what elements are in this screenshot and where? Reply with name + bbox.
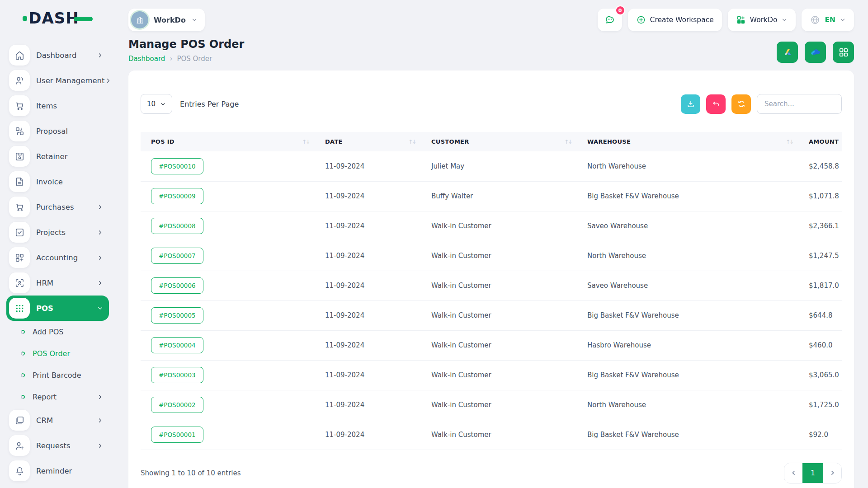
quick-actions bbox=[777, 42, 854, 63]
sort-icon[interactable]: ↑↓ bbox=[564, 139, 571, 145]
search-input[interactable] bbox=[757, 94, 842, 114]
table-row[interactable]: #POS0000511-09-2024Walk-in CustomerBig B… bbox=[141, 300, 842, 330]
pos-id-badge[interactable]: #POS00009 bbox=[151, 188, 203, 204]
globe-icon bbox=[810, 14, 821, 25]
sidebar-item-crm[interactable]: CRM bbox=[6, 408, 109, 433]
table-row[interactable]: #POS0000711-09-2024Walk-in CustomerNorth… bbox=[141, 241, 842, 271]
chevron-down-icon bbox=[160, 101, 166, 107]
cell-warehouse: Big Basket F&V Warehouse bbox=[577, 420, 798, 450]
sidebar-item-label: Retainer bbox=[36, 152, 67, 161]
pos-id-badge[interactable]: #POS00006 bbox=[151, 277, 203, 294]
cell-warehouse: Big Basket F&V Warehouse bbox=[577, 300, 798, 330]
cell-amount: $3,065.0 bbox=[798, 360, 842, 390]
table-row[interactable]: #POS0000811-09-2024Walk-in CustomerSaveo… bbox=[141, 211, 842, 241]
cell-pos-id: #POS00009 bbox=[141, 181, 315, 211]
chevron-left-icon bbox=[790, 469, 797, 476]
chevron-down-icon bbox=[781, 17, 788, 23]
create-workspace-button[interactable]: Create Workspace bbox=[628, 9, 722, 31]
sort-icon[interactable]: ↑↓ bbox=[786, 139, 793, 145]
table-row[interactable]: #POS0001011-09-2024Juliet MayNorth Wareh… bbox=[141, 151, 842, 181]
scan-user-icon bbox=[9, 272, 30, 293]
cell-warehouse: North Warehouse bbox=[577, 151, 798, 181]
onedrive-button[interactable] bbox=[805, 42, 826, 63]
sidebar-item-reminder[interactable]: Reminder bbox=[6, 458, 109, 483]
submenu-bullet-icon bbox=[20, 351, 25, 356]
column-header-pos-id[interactable]: POS ID↑↓ bbox=[141, 132, 315, 151]
pos-id-badge[interactable]: #POS00003 bbox=[151, 367, 203, 383]
workspace-menu-button[interactable]: WorkDo bbox=[728, 9, 796, 31]
sidebar-item-hrm[interactable]: HRM bbox=[6, 270, 109, 296]
overlap-squares-icon bbox=[9, 410, 30, 431]
messages-button[interactable]: 0 bbox=[598, 9, 622, 31]
entries-per-page-label: Entries Per Page bbox=[180, 100, 239, 108]
sidebar-item-proposal[interactable]: Proposal bbox=[6, 118, 109, 144]
sidebar-item-pos[interactable]: POS bbox=[6, 296, 109, 321]
cell-date: 11-09-2024 bbox=[315, 420, 421, 450]
cell-pos-id: #POS00003 bbox=[141, 360, 315, 390]
cell-amount: $1,817.0 bbox=[798, 271, 842, 300]
chevron-right-icon bbox=[97, 52, 104, 59]
app-logo[interactable]: DASH bbox=[0, 0, 115, 36]
pos-id-badge[interactable]: #POS00010 bbox=[151, 158, 203, 174]
sidebar-subitem-print-barcode[interactable]: Print Barcode bbox=[6, 364, 109, 386]
sidebar-item-user-management[interactable]: User Management bbox=[6, 68, 109, 93]
pos-id-badge[interactable]: #POS00002 bbox=[151, 397, 203, 413]
sidebar-item-requests[interactable]: Requests bbox=[6, 433, 109, 458]
cell-amount: $92.0 bbox=[798, 420, 842, 450]
sidebar: DASH DashboardUser ManagementItemsPropos… bbox=[0, 0, 115, 488]
sort-icon[interactable]: ↑↓ bbox=[302, 139, 309, 145]
current-page[interactable]: 1 bbox=[802, 463, 823, 483]
breadcrumb-dashboard-link[interactable]: Dashboard bbox=[128, 55, 165, 63]
breadcrumb-current: POS Order bbox=[177, 55, 212, 63]
table-row[interactable]: #POS0000211-09-2024Walk-in CustomerNorth… bbox=[141, 390, 842, 420]
cell-date: 11-09-2024 bbox=[315, 211, 421, 241]
refresh-icon bbox=[737, 99, 746, 108]
cell-pos-id: #POS00001 bbox=[141, 420, 315, 450]
column-header-warehouse[interactable]: WAREHOUSE↑↓ bbox=[577, 132, 798, 151]
pos-id-badge[interactable]: #POS00005 bbox=[151, 307, 203, 324]
entries-per-page-value: 10 bbox=[147, 100, 156, 108]
reset-button[interactable] bbox=[706, 94, 726, 114]
language-selector[interactable]: EN bbox=[802, 9, 854, 31]
table-row[interactable]: #POS0000111-09-2024Walk-in CustomerBig B… bbox=[141, 420, 842, 450]
pos-id-badge[interactable]: #POS00008 bbox=[151, 218, 203, 234]
entries-per-page-select[interactable]: 10 bbox=[141, 94, 172, 114]
export-button[interactable] bbox=[681, 94, 700, 114]
table-row[interactable]: #POS0000311-09-2024Walk-in CustomerBig B… bbox=[141, 360, 842, 390]
previous-page-button[interactable] bbox=[784, 463, 802, 483]
sidebar-item-purchases[interactable]: Purchases bbox=[6, 194, 109, 220]
sidebar-item-accounting[interactable]: Accounting bbox=[6, 245, 109, 270]
pos-id-badge[interactable]: #POS00004 bbox=[151, 337, 203, 353]
sort-icon[interactable]: ↑↓ bbox=[408, 139, 415, 145]
sidebar-item-label: HRM bbox=[36, 279, 53, 287]
sidebar-subitem-report[interactable]: Report bbox=[6, 386, 109, 408]
sidebar-item-projects[interactable]: Projects bbox=[6, 220, 109, 245]
chevron-right-icon bbox=[97, 417, 104, 424]
sidebar-subitem-pos-order[interactable]: POS Order bbox=[6, 343, 109, 364]
cell-customer: Walk-in Customer bbox=[421, 211, 577, 241]
pos-id-badge[interactable]: #POS00007 bbox=[151, 248, 203, 264]
table-row[interactable]: #POS0000911-09-2024Buffy WalterBig Baske… bbox=[141, 181, 842, 211]
column-header-date[interactable]: DATE↑↓ bbox=[315, 132, 421, 151]
pos-order-table: POS ID↑↓DATE↑↓CUSTOMER↑↓WAREHOUSE↑↓AMOUN… bbox=[141, 132, 842, 450]
google-drive-button[interactable] bbox=[777, 42, 798, 63]
sidebar-item-items[interactable]: Items bbox=[6, 93, 109, 118]
pos-id-badge[interactable]: #POS00001 bbox=[151, 427, 203, 443]
refresh-button[interactable] bbox=[731, 94, 751, 114]
cell-customer: Walk-in Customer bbox=[421, 241, 577, 271]
sidebar-item-invoice[interactable]: Invoice bbox=[6, 169, 109, 194]
column-header-customer[interactable]: CUSTOMER↑↓ bbox=[421, 132, 577, 151]
table-row[interactable]: #POS0000411-09-2024Walk-in CustomerHasbr… bbox=[141, 330, 842, 360]
table-row[interactable]: #POS0000611-09-2024Walk-in CustomerSaveo… bbox=[141, 271, 842, 300]
workspace-switcher[interactable]: WorkDo bbox=[128, 9, 205, 31]
cell-amount: $644.8 bbox=[798, 300, 842, 330]
next-page-button[interactable] bbox=[823, 463, 841, 483]
sidebar-item-dashboard[interactable]: Dashboard bbox=[6, 42, 109, 68]
pagination: 1 bbox=[784, 463, 842, 483]
breadcrumb-separator: › bbox=[170, 55, 172, 63]
sidebar-item-retainer[interactable]: Retainer bbox=[6, 144, 109, 169]
cell-customer: Walk-in Customer bbox=[421, 300, 577, 330]
cell-pos-id: #POS00005 bbox=[141, 300, 315, 330]
grid-view-button[interactable] bbox=[833, 42, 854, 63]
sidebar-subitem-add-pos[interactable]: Add POS bbox=[6, 321, 109, 343]
